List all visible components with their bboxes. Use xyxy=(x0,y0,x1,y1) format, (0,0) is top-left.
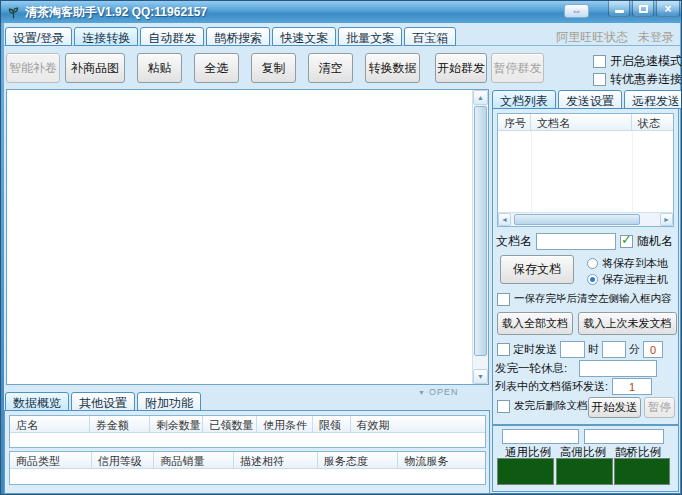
random-name-checkbox[interactable]: ✓ xyxy=(620,235,633,248)
pause-send-button[interactable]: 暂停 xyxy=(644,397,675,418)
delete-after-checkbox[interactable] xyxy=(497,400,510,413)
document-list-body[interactable] xyxy=(498,131,673,213)
loop-label: 列表中的文档循环发送: xyxy=(495,379,608,394)
tab-queqiao-search[interactable]: 鹊桥搜索 xyxy=(206,27,270,46)
document-list-hscrollbar[interactable]: ◄ ► xyxy=(498,212,673,226)
tab-toolbox[interactable]: 百宝箱 xyxy=(404,27,456,46)
select-all-button[interactable]: 全选 xyxy=(194,53,239,83)
tab-other-settings[interactable]: 其他设置 xyxy=(71,392,135,411)
col-description-match[interactable]: 描述相符 xyxy=(234,452,318,468)
col-limit[interactable]: 限领 xyxy=(313,416,351,432)
hour-input[interactable] xyxy=(560,341,585,358)
coupon-table-body xyxy=(10,433,485,447)
coupon-link-option[interactable]: 转优惠券连接 xyxy=(593,71,682,88)
clear-after-save-label: 一保存完毕后清空左侧输入框内容 xyxy=(514,292,672,306)
skin-switch-button[interactable]: ⇔ xyxy=(564,4,589,18)
loop-count-input[interactable] xyxy=(612,378,652,395)
minimize-button[interactable] xyxy=(608,1,630,17)
save-remote-label: 保存远程主机 xyxy=(602,272,668,287)
save-remote-radio[interactable] xyxy=(587,274,598,285)
minute-input[interactable] xyxy=(602,341,626,358)
save-local-radio[interactable] xyxy=(587,258,598,269)
tab-link-convert[interactable]: 连接转换 xyxy=(74,27,138,46)
product-data-table[interactable]: 商品类型 信用等级 商品销量 描述相符 服务态度 物流服务 xyxy=(9,451,486,485)
pause-group-send-button[interactable]: 暂停群发 xyxy=(491,53,544,83)
tab-auto-send[interactable]: 自动群发 xyxy=(140,27,204,46)
scrollbar-thumb[interactable] xyxy=(474,106,487,356)
editor-vertical-scrollbar[interactable]: ▲ ▼ xyxy=(472,90,488,384)
col-validity[interactable]: 有效期 xyxy=(351,416,485,432)
col-claimed[interactable]: 已领数量 xyxy=(203,416,257,432)
tab-extra-features[interactable]: 附加功能 xyxy=(137,392,201,411)
col-conditions[interactable]: 使用条件 xyxy=(257,416,313,432)
ratio-input-1[interactable] xyxy=(502,429,579,444)
product-table-header: 商品类型 信用等级 商品销量 描述相符 服务态度 物流服务 xyxy=(10,452,485,469)
minute-suffix: 分 xyxy=(629,342,640,357)
loop-row: 列表中的文档循环发送: xyxy=(495,378,652,395)
col-status[interactable]: 状态 xyxy=(632,114,673,130)
close-button[interactable]: × xyxy=(656,1,680,17)
col-remaining[interactable]: 剩余数量 xyxy=(150,416,203,432)
load-all-docs-button[interactable]: 载入全部文档 xyxy=(497,312,573,335)
doc-name-input[interactable] xyxy=(536,233,616,250)
col-doc-name[interactable]: 文档名 xyxy=(531,114,632,130)
general-ratio-display xyxy=(497,458,554,485)
col-shop-name[interactable]: 店名 xyxy=(10,416,90,432)
window-title: 清茶淘客助手V1.92 QQ:11962157 xyxy=(25,4,207,21)
tab-doc-list[interactable]: 文档列表 xyxy=(492,90,556,109)
copy-button[interactable]: 复制 xyxy=(251,53,296,83)
maximize-button[interactable] xyxy=(632,1,654,17)
check-icon: ✓ xyxy=(621,232,632,248)
editor-expand-control[interactable]: ▼ OPEN xyxy=(418,387,458,397)
hscrollbar-thumb[interactable] xyxy=(514,214,640,225)
wangwang-status-value: 未登录 xyxy=(638,29,674,46)
doc-panel-tabstrip: 文档列表 发送设置 远程发送 xyxy=(492,90,682,109)
save-remote-option[interactable]: 保存远程主机 xyxy=(587,272,668,287)
col-product-type[interactable]: 商品类型 xyxy=(10,452,92,468)
rest-input[interactable] xyxy=(579,360,657,377)
timed-send-checkbox[interactable] xyxy=(497,343,510,356)
scroll-down-icon[interactable]: ▼ xyxy=(473,369,488,384)
col-coupon-amount[interactable]: 券金额 xyxy=(90,416,151,432)
high-commission-ratio-display xyxy=(556,458,613,485)
clear-after-save-option[interactable]: 一保存完毕后清空左侧输入框内容 xyxy=(497,292,672,306)
main-text-editor[interactable]: ▲ ▼ xyxy=(6,89,489,385)
save-local-option[interactable]: 将保存到本地 xyxy=(587,256,668,271)
rest-label: 发完一轮休息: xyxy=(495,361,567,376)
wangwang-status-label: 阿里旺旺状态 xyxy=(556,29,628,46)
col-service-attitude[interactable]: 服务态度 xyxy=(318,452,399,468)
coupon-data-table[interactable]: 店名 券金额 剩余数量 已领数量 使用条件 限领 有效期 xyxy=(9,415,486,448)
fill-product-image-button[interactable]: 补商品图 xyxy=(65,53,125,83)
ratio-input-2[interactable] xyxy=(584,429,664,444)
start-group-send-button[interactable]: 开始群发 xyxy=(435,53,487,83)
tab-data-overview[interactable]: 数据概览 xyxy=(5,392,69,411)
delete-after-option[interactable]: 发完后删除文档 xyxy=(497,399,588,413)
status-bar: 阿里旺旺状态 未登录 xyxy=(556,29,674,46)
document-list[interactable]: 序号 文档名 状态 ◄ ► xyxy=(497,113,674,227)
load-unsent-docs-button[interactable]: 载入上次未发文档 xyxy=(578,312,677,335)
fast-mode-option[interactable]: 开启急速模式 xyxy=(593,53,682,70)
col-logistics-service[interactable]: 物流服务 xyxy=(398,452,485,468)
second-input[interactable] xyxy=(643,341,663,358)
save-doc-button[interactable]: 保存文档 xyxy=(500,255,574,284)
clear-after-save-checkbox[interactable] xyxy=(497,293,510,306)
fast-mode-checkbox[interactable] xyxy=(593,55,606,68)
scroll-right-icon[interactable]: ► xyxy=(660,213,673,226)
paste-button[interactable]: 粘贴 xyxy=(137,53,182,83)
smart-fill-coupon-button[interactable]: 智能补卷 xyxy=(6,53,60,83)
convert-data-button[interactable]: 转换数据 xyxy=(365,53,420,83)
tab-send-settings[interactable]: 发送设置 xyxy=(558,90,622,109)
tab-remote-send[interactable]: 远程发送 xyxy=(624,90,682,109)
delete-after-label: 发完后删除文档 xyxy=(514,399,588,413)
scroll-left-icon[interactable]: ◄ xyxy=(498,213,511,226)
col-sales-volume[interactable]: 商品销量 xyxy=(154,452,234,468)
coupon-link-checkbox[interactable] xyxy=(593,73,606,86)
col-credit-level[interactable]: 信用等级 xyxy=(92,452,155,468)
clear-button[interactable]: 清空 xyxy=(308,53,353,83)
col-index[interactable]: 序号 xyxy=(498,114,531,130)
start-send-button[interactable]: 开始发送 xyxy=(588,397,641,418)
tab-batch-copywriting[interactable]: 批量文案 xyxy=(338,27,402,46)
scroll-up-icon[interactable]: ▲ xyxy=(473,90,488,105)
tab-quick-copywriting[interactable]: 快速文案 xyxy=(272,27,336,46)
tab-settings-login[interactable]: 设置/登录 xyxy=(5,27,72,46)
